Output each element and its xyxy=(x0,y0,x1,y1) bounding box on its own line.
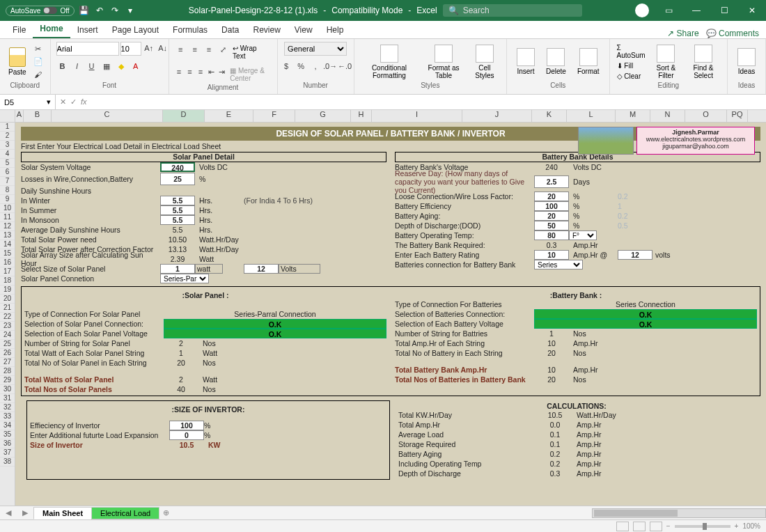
align-center-icon[interactable]: ≡ xyxy=(185,65,194,78)
battery-connection-select[interactable]: Series xyxy=(534,260,583,269)
increase-indent-icon[interactable]: ⇥ xyxy=(218,65,227,78)
comments-button[interactable]: 💬 Comments xyxy=(706,29,759,38)
tab-data[interactable]: Data xyxy=(214,22,246,38)
cancel-formula-icon[interactable]: ✕ xyxy=(60,97,66,107)
sheet-tab-main[interactable]: Main Sheet xyxy=(33,507,92,519)
copy-icon[interactable]: 📄 xyxy=(32,56,45,68)
save-icon[interactable]: 💾 xyxy=(79,5,90,16)
increase-font-icon[interactable]: A↑ xyxy=(143,42,155,54)
bold-icon[interactable]: B xyxy=(56,60,69,72)
format-table-button[interactable]: Format as Table xyxy=(421,43,466,81)
filename: Solar-Panel-Design-22-8-12 (1).xls xyxy=(189,6,318,15)
zoom-in-button[interactable]: + xyxy=(735,522,739,530)
sheet-nav-next[interactable]: ▶ xyxy=(17,508,33,517)
author-info: Jignesh.Parmar www.electricalnotes.wordp… xyxy=(636,127,755,155)
tab-formulas[interactable]: Formulas xyxy=(166,22,214,38)
italic-icon[interactable]: I xyxy=(71,60,84,72)
enter-formula-icon[interactable]: ✓ xyxy=(70,97,77,107)
tab-review[interactable]: Review xyxy=(246,22,287,38)
tab-page-layout[interactable]: Page Layout xyxy=(105,22,166,38)
add-sheet-button[interactable]: ⊕ xyxy=(159,508,173,517)
ribbon-display-icon[interactable]: ▭ xyxy=(655,0,682,21)
format-cells-button[interactable]: Format xyxy=(573,47,604,77)
orientation-icon[interactable]: ⤢ xyxy=(217,43,229,56)
solar-connection-select[interactable]: Series-Parral xyxy=(160,274,209,283)
sheet-grid[interactable]: 1234567891011121314151617181920212223242… xyxy=(0,123,766,508)
number-format-select[interactable]: General xyxy=(284,42,347,56)
share-button[interactable]: ↗ Share xyxy=(667,29,698,38)
align-middle-icon[interactable]: ≡ xyxy=(189,43,201,56)
ideas-button[interactable]: Ideas xyxy=(733,47,760,77)
delete-cells-button[interactable]: Delete xyxy=(542,47,570,77)
mode: Compatibility Mode xyxy=(331,6,402,15)
find-select-button[interactable]: Find & Select xyxy=(685,43,721,81)
paste-icon xyxy=(9,47,26,67)
close-icon[interactable]: ✕ xyxy=(738,0,766,21)
percent-icon[interactable]: % xyxy=(295,60,307,72)
merge-button[interactable]: ▦ Merge & Center xyxy=(228,65,271,84)
cell-styles-button[interactable]: Cell Styles xyxy=(469,43,501,81)
currency-icon[interactable]: $ xyxy=(280,60,292,72)
search-input[interactable]: 🔍 Search xyxy=(443,4,582,17)
zoom-level[interactable]: 100% xyxy=(742,522,760,530)
tab-help[interactable]: Help xyxy=(320,22,351,38)
qat-dropdown-icon[interactable]: ▾ xyxy=(125,5,136,16)
sort-filter-button[interactable]: Sort & Filter xyxy=(650,43,682,81)
font-size-select[interactable] xyxy=(120,42,141,56)
fill-color-icon[interactable]: ◆ xyxy=(115,60,127,72)
select-all-corner[interactable] xyxy=(0,110,15,122)
ribbon: Paste ✂ 📄 🖌 Clipboard A↑ A↓ B I U ▦ ◆ xyxy=(0,39,766,95)
comma-icon[interactable]: , xyxy=(309,60,322,72)
conditional-formatting-button[interactable]: Conditional Formatting xyxy=(360,43,419,81)
page-break-view-icon[interactable] xyxy=(650,522,662,531)
font-name-select[interactable] xyxy=(56,42,119,56)
formula-bar: D5▾ ✕✓fx xyxy=(0,95,766,110)
align-left-icon[interactable]: ≡ xyxy=(175,65,184,78)
fx-icon[interactable]: fx xyxy=(81,97,87,107)
format-painter-icon[interactable]: 🖌 xyxy=(32,68,45,81)
underline-icon[interactable]: U xyxy=(86,60,98,72)
solar-header: Solar Panel Detail xyxy=(21,152,386,162)
decrease-decimal-icon[interactable]: ←.0 xyxy=(338,60,351,72)
search-icon: 🔍 xyxy=(448,6,459,15)
sheet-nav-prev[interactable]: ◀ xyxy=(0,508,17,517)
maximize-icon[interactable]: ☐ xyxy=(710,0,738,21)
wrap-text-button[interactable]: ↩ Wrap Text xyxy=(231,43,272,61)
decrease-indent-icon[interactable]: ⇤ xyxy=(207,65,216,78)
align-bottom-icon[interactable]: ≡ xyxy=(203,43,214,56)
fill-button[interactable]: ⬇ Fill xyxy=(616,61,647,71)
solar-image xyxy=(578,127,634,155)
column-headers: A B C D E F G H I J K L M N O PQ xyxy=(0,110,766,123)
tab-insert[interactable]: Insert xyxy=(70,22,105,38)
avatar[interactable] xyxy=(635,3,649,17)
autosave-toggle[interactable]: AutoSave Off xyxy=(6,6,75,16)
ribbon-tabs: File Home Insert Page Layout Formulas Da… xyxy=(0,21,766,39)
align-right-icon[interactable]: ≡ xyxy=(196,65,205,78)
increase-decimal-icon[interactable]: .0→ xyxy=(324,60,336,72)
align-top-icon[interactable]: ≡ xyxy=(175,43,187,56)
autosum-button[interactable]: Σ AutoSum xyxy=(616,42,647,61)
cut-icon[interactable]: ✂ xyxy=(32,43,45,56)
name-box[interactable]: D5▾ xyxy=(0,95,56,109)
zoom-slider[interactable] xyxy=(675,525,730,528)
temp-unit-select[interactable]: F° xyxy=(569,230,597,240)
clear-button[interactable]: ◇ Clear xyxy=(616,71,647,81)
decrease-font-icon[interactable]: A↓ xyxy=(157,42,169,54)
redo-icon[interactable]: ↷ xyxy=(109,5,120,16)
horizontal-scrollbar[interactable] xyxy=(592,508,766,518)
minimize-icon[interactable]: — xyxy=(682,0,710,21)
normal-view-icon[interactable] xyxy=(616,522,629,531)
tab-view[interactable]: View xyxy=(288,22,320,38)
font-color-icon[interactable]: A xyxy=(130,60,142,72)
insert-cells-button[interactable]: Insert xyxy=(513,47,539,77)
paste-button[interactable]: Paste xyxy=(6,46,29,77)
page-layout-view-icon[interactable] xyxy=(633,522,646,531)
tab-file[interactable]: File xyxy=(6,22,33,38)
cell-d5[interactable]: 240 xyxy=(160,162,195,172)
sheet-tab-load[interactable]: Electrical Load xyxy=(91,507,159,519)
zoom-out-button[interactable]: − xyxy=(666,522,671,530)
undo-icon[interactable]: ↶ xyxy=(94,5,105,16)
titlebar: AutoSave Off 💾 ↶ ↷ ▾ Solar-Panel-Design-… xyxy=(0,0,766,21)
tab-home[interactable]: Home xyxy=(33,20,70,38)
border-icon[interactable]: ▦ xyxy=(100,60,113,72)
